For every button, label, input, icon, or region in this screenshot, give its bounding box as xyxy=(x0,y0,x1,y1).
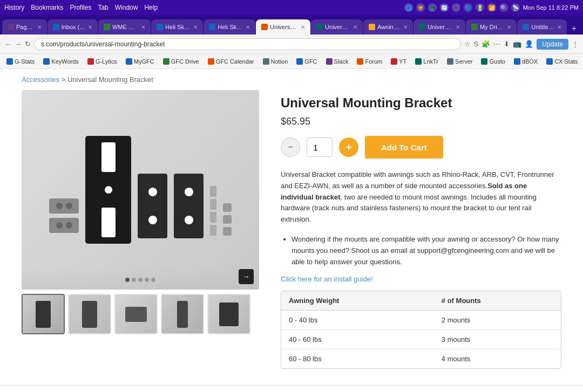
tab-close-icon[interactable]: ✕ xyxy=(557,24,561,30)
bookmark-keywords[interactable]: KeyWords xyxy=(41,58,81,65)
bookmark-favicon xyxy=(415,58,422,65)
bookmark-glytics[interactable]: G-Lytics xyxy=(85,58,119,65)
tab-close-icon[interactable]: ✕ xyxy=(456,24,460,30)
table-col2-header: # of Mounts xyxy=(434,291,561,311)
browser-icon-4: 🔄 xyxy=(440,3,449,12)
tab-close-icon[interactable]: ✕ xyxy=(37,24,42,30)
bookmark-server[interactable]: Server xyxy=(445,58,474,65)
cast-icon[interactable]: 📺 xyxy=(513,40,521,48)
bookmark-forum[interactable]: Forum xyxy=(355,58,384,65)
bookmark-favicon xyxy=(208,58,214,65)
product-image-container: → xyxy=(22,90,259,369)
tab-favicon xyxy=(53,24,59,30)
dot-1[interactable] xyxy=(125,278,130,282)
product-price: $65.95 xyxy=(281,116,561,127)
extension-icon[interactable]: 🧩 xyxy=(482,40,490,48)
tab-close-icon[interactable]: ✕ xyxy=(353,24,357,30)
thumbnail-1[interactable] xyxy=(22,294,65,334)
tab-universal-active[interactable]: Universal M… ✕ xyxy=(256,19,310,35)
thumbnail-5[interactable] xyxy=(207,294,250,334)
bookmark-favicon xyxy=(43,58,50,65)
bullet-list: Wondering if the mounts are compatible w… xyxy=(281,234,561,267)
bookmark-gfc[interactable]: GFC xyxy=(294,58,319,65)
menu-bookmarks[interactable]: Bookmarks xyxy=(31,4,63,11)
profile-icon[interactable]: S xyxy=(474,40,479,48)
bookmark-gusto[interactable]: Gusto xyxy=(479,58,507,65)
tab-heli1[interactable]: Heli Skiing… ✕ xyxy=(151,19,203,35)
quantity-decrease-button[interactable]: − xyxy=(281,137,300,157)
thumbnail-2[interactable] xyxy=(68,294,111,334)
bullet-item: Wondering if the mounts are compatible w… xyxy=(292,234,561,267)
tab-close-icon[interactable]: ✕ xyxy=(403,24,408,30)
tab-close-icon[interactable]: ✕ xyxy=(193,24,198,30)
bookmark-slack[interactable]: Slack xyxy=(324,58,351,65)
menu-dots[interactable]: ⋮ xyxy=(572,40,579,48)
menu-help[interactable]: Help xyxy=(144,4,158,11)
thumbnail-4[interactable] xyxy=(161,294,204,334)
bookmark-gstats[interactable]: G-Stats xyxy=(4,58,37,65)
tab-untitled[interactable]: Untitled d… ✕ xyxy=(517,19,566,35)
bookmark-notion[interactable]: Notion xyxy=(261,58,290,65)
tab-pagefly[interactable]: PageFly - ✕ xyxy=(2,19,47,35)
add-to-cart-button[interactable]: Add To Cart xyxy=(365,136,443,159)
menu-window[interactable]: Window xyxy=(115,4,138,11)
back-button[interactable]: ← xyxy=(4,40,11,48)
reload-button[interactable]: ↻ xyxy=(25,40,31,48)
dot-4[interactable] xyxy=(145,278,149,282)
breadcrumb-parent[interactable]: Accessories xyxy=(22,75,59,84)
new-tab-button[interactable]: + xyxy=(567,23,581,35)
bookmark-gfccal[interactable]: GFC Calendar xyxy=(206,58,256,65)
table-row: 60 - 80 lbs 4 mounts xyxy=(281,349,561,369)
breadcrumb-separator: > xyxy=(62,75,67,84)
search-icon[interactable]: 🔍 xyxy=(499,3,508,12)
mounts-data-table: Awning Weight # of Mounts 0 - 40 lbs 2 m… xyxy=(281,291,561,368)
forward-button[interactable]: → xyxy=(15,40,22,48)
bookmark-lnktr[interactable]: LnkTr xyxy=(413,58,440,65)
image-next-button[interactable]: → xyxy=(239,269,254,284)
bookmark-label: Forum xyxy=(365,58,382,65)
tab-close-icon[interactable]: ✕ xyxy=(246,24,250,30)
bookmark-yt[interactable]: YT xyxy=(389,58,409,65)
tab-wme[interactable]: WME WSh… ✕ xyxy=(98,19,151,35)
tab-label: Universal /… xyxy=(428,24,453,30)
menu-tab[interactable]: Tab xyxy=(98,4,108,11)
menu-profiles[interactable]: Profiles xyxy=(70,4,91,11)
dot-3[interactable] xyxy=(138,278,143,282)
tab-close-icon[interactable]: ✕ xyxy=(507,24,511,30)
install-guide-link[interactable]: Click here for an install guide! xyxy=(281,275,561,283)
bookmark-favicon xyxy=(326,58,333,65)
quantity-input[interactable] xyxy=(307,137,333,157)
bookmark-cxstats[interactable]: CX Stats xyxy=(544,58,580,65)
url-input[interactable] xyxy=(34,38,461,50)
table-cell-mounts: 2 mounts xyxy=(434,311,561,330)
profile-icon2[interactable]: 👤 xyxy=(525,40,533,48)
tab-close-icon[interactable]: ✕ xyxy=(301,24,305,30)
quantity-increase-button[interactable]: + xyxy=(339,137,358,157)
bookmark-label: G-Stats xyxy=(15,58,35,65)
table-cell-mounts: 3 mounts xyxy=(434,330,561,349)
bookmark-mygfc[interactable]: MyGFC xyxy=(124,58,157,65)
more-icon[interactable]: ⋯ xyxy=(493,40,500,48)
tab-mydrive[interactable]: My Drive -… ✕ xyxy=(466,19,517,35)
download-icon[interactable]: ⬇ xyxy=(504,40,510,48)
mounts-table: Awning Weight # of Mounts 0 - 40 lbs 2 m… xyxy=(281,291,561,369)
tab-universal3[interactable]: Universal /… ✕ xyxy=(413,19,465,35)
tab-inbox[interactable]: Inbox (2,9… ✕ xyxy=(48,19,98,35)
tab-favicon xyxy=(261,24,268,30)
tab-close-icon[interactable]: ✕ xyxy=(88,24,92,30)
bookmark-icon[interactable]: ☆ xyxy=(464,40,471,48)
tab-heli2[interactable]: Heli Skiing… ✕ xyxy=(204,19,255,35)
dot-2[interactable] xyxy=(132,278,136,282)
battery-icon: 🔋 xyxy=(476,3,484,12)
update-button[interactable]: Update xyxy=(537,39,568,50)
tab-close-icon[interactable]: ✕ xyxy=(141,24,145,30)
bookmark-gfcdrive[interactable]: GFC Drive xyxy=(161,58,201,65)
bookmark-label: Gusto xyxy=(489,58,505,65)
menu-history[interactable]: History xyxy=(4,4,24,11)
tab-awnings[interactable]: Awnings! … ✕ xyxy=(363,19,413,35)
thumbnail-3[interactable] xyxy=(114,294,158,334)
bookmark-label: KeyWords xyxy=(51,58,79,65)
bookmark-dbox[interactable]: dBOX xyxy=(512,58,540,65)
dot-5[interactable] xyxy=(151,278,155,282)
tab-universal2[interactable]: Universal /… ✕ xyxy=(311,19,363,35)
